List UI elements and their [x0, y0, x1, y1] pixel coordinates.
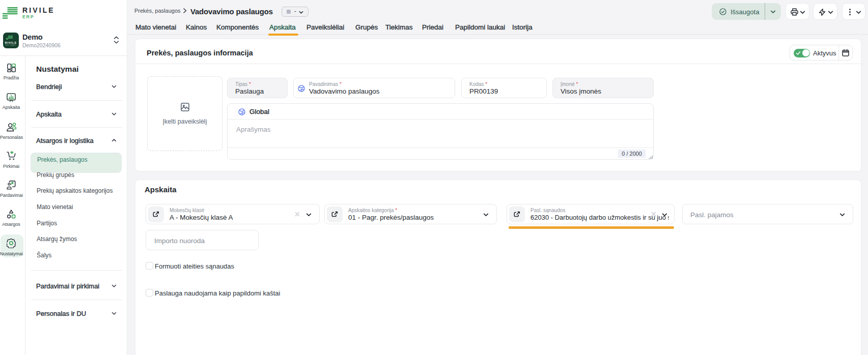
svg-text:RIVILE: RIVILE [5, 41, 17, 44]
svg-text:ERP SMART: ERP SMART [6, 44, 17, 46]
